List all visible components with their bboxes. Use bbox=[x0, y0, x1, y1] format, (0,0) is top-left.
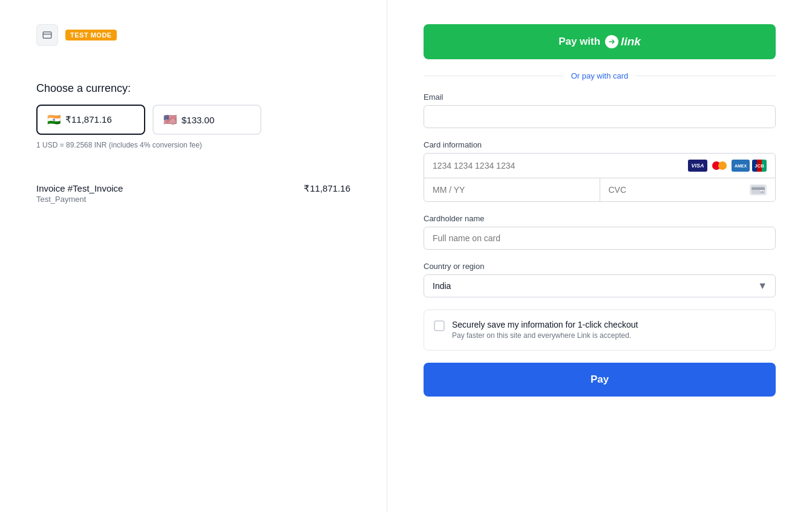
save-info-text: Securely save my information for 1-click… bbox=[452, 320, 638, 340]
divider-left bbox=[424, 76, 564, 76]
inr-flag: 🇮🇳 bbox=[47, 113, 61, 126]
or-pay-card-text: Or pay with card bbox=[571, 71, 629, 80]
save-info-checkbox[interactable] bbox=[434, 320, 445, 331]
save-label: Securely save my information for 1-click… bbox=[452, 320, 638, 329]
cardholder-label: Cardholder name bbox=[424, 214, 776, 223]
invoice-info: Invoice #Test_Invoice Test_Payment bbox=[36, 183, 123, 204]
svg-rect-0 bbox=[43, 32, 51, 39]
pay-with-text: Pay with bbox=[558, 36, 600, 48]
cvc-icon: 135 bbox=[750, 184, 767, 195]
country-select[interactable]: India United States United Kingdom Canad… bbox=[424, 274, 776, 297]
currency-usd-option[interactable]: 🇺🇸 $133.00 bbox=[152, 105, 261, 135]
invoice-sub: Test_Payment bbox=[36, 195, 123, 204]
pay-button-label: Pay bbox=[591, 374, 609, 385]
mastercard-icon bbox=[710, 160, 729, 172]
invoice-row: Invoice #Test_Invoice Test_Payment ₹11,8… bbox=[36, 173, 350, 213]
pay-with-link-button[interactable]: Pay with link bbox=[424, 24, 776, 59]
country-select-wrapper: India United States United Kingdom Canad… bbox=[424, 274, 776, 297]
amex-icon: AMEX bbox=[732, 160, 750, 172]
usd-flag: 🇺🇸 bbox=[163, 113, 177, 126]
visa-icon: VISA bbox=[688, 160, 707, 172]
card-info-field-group: Card information VISA AMEX JCB bbox=[424, 140, 776, 202]
card-expiry-cvc-row: 135 bbox=[424, 178, 775, 201]
email-field-group: Email bbox=[424, 92, 776, 128]
divider-row: Or pay with card bbox=[424, 71, 776, 80]
svg-text:135: 135 bbox=[760, 190, 764, 193]
test-mode-badge: TEST MODE bbox=[65, 30, 117, 41]
header-row: TEST MODE bbox=[36, 24, 350, 46]
link-logo: link bbox=[605, 35, 641, 48]
conversion-text: 1 USD = 89.2568 INR (includes 4% convers… bbox=[36, 141, 202, 149]
jcb-icon: JCB bbox=[752, 160, 767, 172]
save-info-box: Securely save my information for 1-click… bbox=[424, 309, 776, 351]
card-cvc-wrapper: 135 bbox=[600, 178, 776, 201]
cardholder-field-group: Cardholder name bbox=[424, 214, 776, 250]
card-info-label: Card information bbox=[424, 140, 776, 149]
conversion-note: 1 USD = 89.2568 INR (includes 4% convers… bbox=[36, 141, 350, 149]
svg-rect-3 bbox=[751, 187, 765, 190]
left-panel: TEST MODE Choose a currency: 🇮🇳 ₹11,871.… bbox=[0, 0, 387, 512]
logo-icon bbox=[36, 24, 58, 46]
usd-amount: $133.00 bbox=[182, 115, 214, 125]
pay-button[interactable]: Pay bbox=[424, 363, 776, 397]
link-word: link bbox=[621, 35, 641, 48]
save-sub: Pay faster on this site and everywhere L… bbox=[452, 331, 631, 340]
card-number-input[interactable] bbox=[433, 161, 683, 170]
currency-heading: Choose a currency: bbox=[36, 82, 350, 95]
inr-amount: ₹11,871.16 bbox=[65, 114, 112, 125]
currency-section: Choose a currency: 🇮🇳 ₹11,871.16 🇺🇸 $133… bbox=[36, 82, 350, 149]
card-icons: VISA AMEX JCB bbox=[688, 160, 767, 172]
country-label: Country or region bbox=[424, 262, 776, 271]
card-info-block: VISA AMEX JCB bbox=[424, 153, 776, 202]
country-field-group: Country or region India United States Un… bbox=[424, 262, 776, 297]
divider-right bbox=[635, 76, 776, 76]
link-arrow-icon bbox=[605, 35, 618, 48]
currency-options: 🇮🇳 ₹11,871.16 🇺🇸 $133.00 bbox=[36, 105, 350, 135]
email-input[interactable] bbox=[424, 105, 776, 128]
invoice-name: Invoice #Test_Invoice bbox=[36, 183, 123, 193]
right-panel: Pay with link Or pay with card Email Car… bbox=[387, 0, 812, 512]
card-expiry-input[interactable] bbox=[424, 178, 600, 201]
email-label: Email bbox=[424, 92, 776, 102]
cardholder-input[interactable] bbox=[424, 227, 776, 250]
card-number-row: VISA AMEX JCB bbox=[424, 154, 775, 178]
card-cvc-input[interactable] bbox=[609, 185, 750, 195]
invoice-amount: ₹11,871.16 bbox=[304, 183, 350, 194]
currency-inr-option[interactable]: 🇮🇳 ₹11,871.16 bbox=[36, 105, 145, 135]
